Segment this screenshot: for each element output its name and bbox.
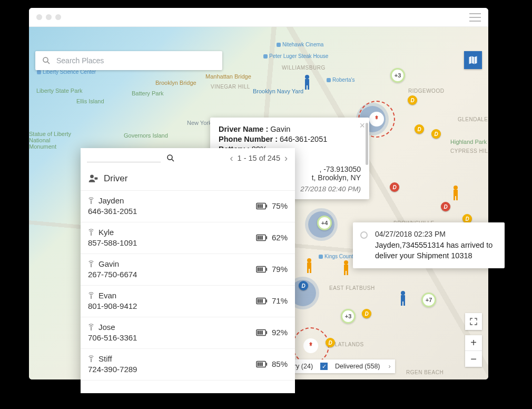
svg-rect-58 — [266, 363, 267, 366]
svg-rect-7 — [403, 301, 405, 306]
svg-rect-19 — [347, 271, 348, 275]
notification-timestamp: 04/27/2018 02:23 PM — [375, 230, 496, 238]
panel-title-text: Driver — [104, 173, 127, 184]
person-marker[interactable] — [398, 290, 408, 306]
prev-page-button[interactable]: ‹ — [229, 153, 234, 164]
close-icon[interactable]: × — [359, 121, 365, 130]
battery-icon — [256, 361, 268, 368]
map-label: Battery Park — [132, 90, 164, 96]
next-page-button[interactable]: › — [283, 153, 289, 164]
zoom-control: + − — [465, 335, 482, 367]
signal-icon — [88, 260, 94, 268]
map-label: FLATLANDS — [331, 342, 364, 347]
battery-value: 62% — [272, 233, 288, 242]
svg-rect-42 — [259, 267, 261, 271]
delivery-marker[interactable]: D — [299, 281, 308, 290]
svg-rect-36 — [259, 236, 261, 239]
svg-point-0 — [305, 75, 309, 79]
svg-rect-59 — [258, 362, 259, 366]
delivery-marker[interactable]: D — [441, 202, 450, 211]
cluster-marker[interactable]: +4 — [317, 216, 332, 230]
fullscreen-button[interactable] — [465, 313, 482, 330]
pager: ‹ 1 - 15 of 245 › — [229, 153, 289, 164]
driver-row[interactable]: Jose706-516-336192% — [81, 317, 295, 349]
delivery-marker[interactable]: D — [408, 95, 417, 105]
delivery-marker[interactable]: D — [390, 182, 399, 192]
svg-rect-40 — [266, 268, 267, 271]
battery-icon — [256, 266, 268, 273]
search-input[interactable] — [56, 56, 216, 65]
svg-rect-50 — [91, 327, 92, 330]
legend-item[interactable]: Delivered (558) — [335, 363, 380, 370]
poi-label: Peter Luger Steak House — [263, 53, 328, 59]
delivery-marker[interactable]: D — [415, 124, 424, 134]
battery-value: 79% — [272, 265, 288, 274]
cluster-marker[interactable]: +3 — [390, 68, 405, 83]
zoom-in-button[interactable]: + — [465, 335, 482, 351]
map-layers-button[interactable] — [464, 51, 482, 69]
driver-row[interactable]: Gavin267-750-667479% — [81, 254, 295, 286]
svg-point-8 — [454, 186, 458, 190]
cluster-marker[interactable]: +3 — [341, 309, 356, 324]
svg-rect-17 — [344, 265, 348, 271]
map-label: Governors Island — [124, 132, 168, 139]
svg-rect-54 — [259, 330, 261, 334]
driver-row[interactable]: Evan801-908-941271% — [81, 286, 295, 317]
checkbox-icon[interactable]: ✓ — [320, 363, 328, 370]
svg-rect-5 — [401, 295, 405, 301]
svg-rect-43 — [261, 267, 263, 271]
zoom-out-button[interactable]: − — [465, 351, 482, 367]
svg-rect-29 — [258, 204, 259, 208]
search-box[interactable] — [35, 51, 222, 70]
titlebar — [29, 8, 488, 27]
svg-rect-11 — [456, 196, 458, 200]
svg-rect-52 — [266, 331, 267, 334]
person-marker[interactable] — [302, 74, 312, 90]
delivery-marker[interactable]: D — [431, 129, 441, 139]
panel-search-input[interactable] — [87, 162, 161, 162]
svg-rect-35 — [258, 236, 259, 239]
person-marker[interactable] — [304, 258, 314, 274]
battery-value: 85% — [272, 359, 288, 368]
svg-rect-46 — [266, 299, 267, 303]
svg-rect-48 — [259, 299, 261, 303]
svg-rect-2 — [305, 85, 307, 90]
svg-rect-30 — [259, 204, 261, 208]
menu-icon[interactable] — [469, 13, 481, 22]
scrollbar[interactable] — [366, 123, 368, 165]
map-label: CYPRESS HILLS — [450, 148, 488, 154]
map-label: Brooklyn Navy Yard — [253, 88, 303, 94]
svg-rect-28 — [266, 204, 267, 208]
cluster-marker[interactable]: +7 — [421, 293, 436, 307]
svg-rect-41 — [258, 267, 259, 271]
person-marker[interactable] — [341, 260, 351, 276]
value: 646-361-2051 — [280, 135, 327, 143]
driver-radar[interactable] — [292, 327, 329, 364]
chevron-right-icon[interactable]: › — [388, 363, 390, 370]
map-label: Liberty State Park — [36, 87, 82, 94]
driver-phone: 801-908-9412 — [88, 301, 256, 310]
svg-rect-1 — [305, 79, 309, 85]
battery-icon — [256, 297, 268, 305]
driver-row[interactable]: Kyle857-588-109162% — [81, 222, 295, 254]
poi-label: Roberta's — [327, 77, 355, 83]
svg-rect-38 — [91, 264, 92, 267]
map-label: GLENDALE — [458, 116, 488, 122]
svg-rect-56 — [91, 358, 92, 362]
delivery-marker[interactable]: D — [326, 338, 335, 347]
window-controls[interactable] — [36, 14, 61, 20]
signal-icon — [88, 324, 94, 331]
svg-rect-15 — [310, 269, 311, 273]
delivery-marker[interactable]: D — [362, 309, 371, 318]
search-icon[interactable] — [166, 153, 175, 163]
map-label: EAST FLATBUSH — [329, 285, 375, 291]
person-marker[interactable] — [450, 185, 461, 201]
panel-title: Driver — [81, 168, 295, 191]
driver-row[interactable]: Jayden646-361-205175% — [81, 191, 295, 222]
svg-rect-44 — [91, 295, 92, 299]
svg-rect-53 — [258, 330, 259, 334]
search-icon — [42, 56, 51, 65]
driver-row[interactable]: Stiff724-390-728985% — [81, 349, 295, 381]
notification-card[interactable]: 04/27/2018 02:23 PM Jayden,7345551314 ha… — [353, 222, 505, 268]
svg-point-22 — [168, 155, 172, 160]
